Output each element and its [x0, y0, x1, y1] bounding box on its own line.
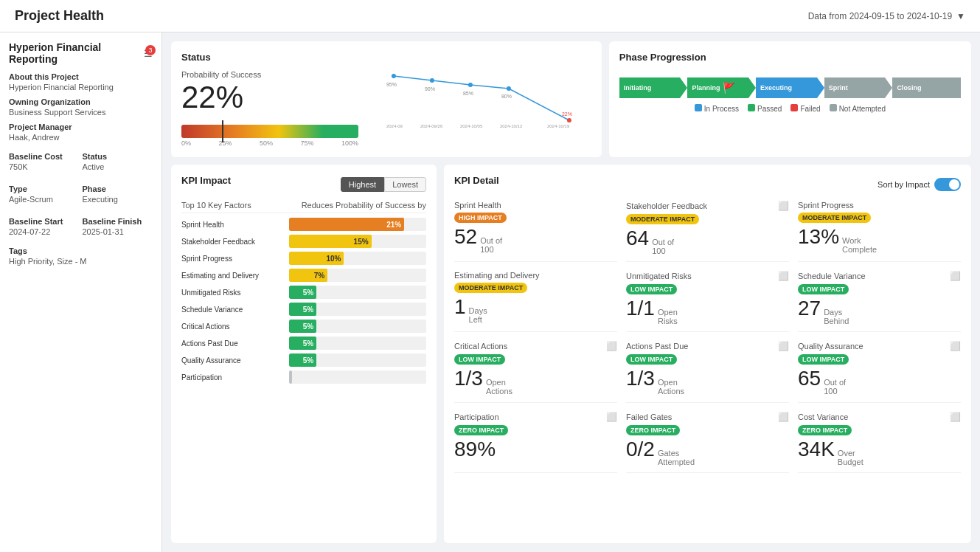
expand-icon[interactable]: ⬜ — [950, 412, 961, 422]
kpi-bar-row: Critical Actions5% — [181, 320, 426, 333]
kpi-bar-row: Participation0% — [181, 370, 426, 384]
kpi-detail-item: Stakeholder Feedback⬜MODERATE IMPACT64Ou… — [626, 201, 789, 262]
phase-sprint: Sprint — [824, 77, 893, 98]
kpi-bar-fill: 5% — [289, 337, 316, 350]
expand-icon[interactable]: ⬜ — [950, 271, 961, 281]
kpi-bar-container: 5% — [289, 320, 426, 333]
sort-toggle[interactable] — [934, 178, 961, 191]
kpi-bar-label: Unmitigated Risks — [181, 289, 285, 297]
kpi-bar-fill: 5% — [289, 303, 316, 316]
manager-label: Project Manager — [9, 123, 153, 131]
phase-item: Phase Executing — [83, 179, 153, 208]
gauge-marker — [222, 120, 223, 142]
kpi-detail-item: Sprint HealthHIGH IMPACT52Out of100 — [454, 201, 617, 262]
impact-badge: LOW IMPACT — [626, 354, 677, 365]
kpi-bar-container: 0% — [289, 370, 426, 384]
kpi-bar-fill: 21% — [289, 218, 404, 231]
phase-arrow-planning — [748, 77, 756, 98]
kpi-bar-fill: 15% — [289, 235, 372, 248]
status-item: Status Active — [83, 146, 153, 176]
phase-progression: Initiating Planning 🚩 — [619, 77, 961, 98]
kpi-detail-grid: Sprint HealthHIGH IMPACT52Out of100Stake… — [454, 201, 961, 473]
expand-icon[interactable]: ⬜ — [606, 412, 617, 422]
svg-point-3 — [507, 86, 511, 91]
svg-text:80%: 80% — [501, 94, 512, 99]
phase-value: Executing — [83, 195, 153, 204]
expand-icon[interactable]: ⬜ — [778, 412, 789, 422]
kdi-label-text: Participation — [454, 413, 499, 421]
sidebar-header: Hyperion Financial Reporting ☰ 3 — [9, 41, 153, 65]
impact-badge: LOW IMPACT — [626, 284, 677, 294]
phase-arrow-executing — [817, 77, 824, 98]
kdi-main-value: 52 — [454, 226, 477, 249]
baseline-finish-label: Baseline Finish — [83, 217, 153, 226]
kpi-bar-label: Sprint Progress — [181, 255, 285, 263]
kpi-bar-row: Sprint Progress10% — [181, 252, 426, 265]
kdi-label-text: Quality Assurance — [798, 342, 863, 351]
baseline-cost-label: Baseline Cost — [9, 152, 80, 161]
svg-text:2024-09: 2024-09 — [386, 124, 403, 128]
phase-card-title: Phase Progression — [619, 52, 961, 63]
status-card-title: Status — [181, 52, 591, 63]
kpi-bar-container: 10% — [289, 252, 426, 265]
svg-text:85%: 85% — [463, 91, 473, 96]
expand-icon[interactable]: ⬜ — [950, 341, 961, 351]
content-area: Status Probability of Success 22% 0% 25%… — [162, 32, 980, 552]
impact-badge: ZERO IMPACT — [626, 425, 680, 435]
sparkline-area: 95% 90% 85% 80% 22% 2024-09 2024-09/26 2… — [373, 70, 591, 147]
bottom-row: KPI Impact Highest Lowest Top 10 Key Fac… — [171, 165, 971, 543]
kpi-detail-card: KPI Detail Sort by Impact Sprint HealthH… — [444, 165, 971, 543]
expand-icon[interactable]: ⬜ — [778, 341, 789, 351]
prob-value: 22% — [181, 82, 358, 113]
kpi-detail-item: Unmitigated Risks⬜LOW IMPACT1/1OpenRisks — [626, 271, 789, 332]
phase-label: Phase — [83, 184, 153, 193]
kpi-col-headers: Top 10 Key Factors Reduces Probability o… — [181, 201, 426, 213]
impact-badge: LOW IMPACT — [798, 354, 849, 365]
expand-icon[interactable]: ⬜ — [778, 271, 789, 281]
lowest-button[interactable]: Lowest — [384, 177, 426, 192]
kpi-impact-card: KPI Impact Highest Lowest Top 10 Key Fac… — [171, 165, 437, 543]
kdi-main-value: 1/3 — [454, 368, 483, 390]
svg-point-2 — [468, 83, 473, 87]
kpi-impact-title: KPI Impact — [181, 175, 231, 186]
svg-text:2024-09/26: 2024-09/26 — [420, 124, 443, 128]
kpi-bar-label: Actions Past Due — [181, 339, 285, 348]
kdi-label-text: Estimating and Delivery — [454, 271, 540, 280]
sidebar-menu-button[interactable]: ☰ 3 — [144, 48, 153, 59]
kpi-bar-fill: 7% — [289, 269, 327, 282]
about-label: About this Project — [9, 72, 153, 81]
prob-label: Probability of Success — [181, 70, 358, 79]
kpi-bar-container: 5% — [289, 353, 426, 367]
page-title: Project Health — [15, 8, 104, 24]
kpi-detail-header: KPI Detail Sort by Impact — [454, 175, 961, 193]
kpi-bar-label: Stakeholder Feedback — [181, 238, 285, 246]
kpi-impact-header: KPI Impact Highest Lowest — [181, 175, 426, 193]
notification-badge: 3 — [145, 45, 156, 55]
impact-badge: ZERO IMPACT — [454, 425, 508, 435]
sparkline-chart: 95% 90% 85% 80% 22% 2024-09 2024-09/26 2… — [373, 70, 591, 129]
kpi-detail-item: Sprint ProgressMODERATE IMPACT13%WorkCom… — [798, 201, 961, 262]
impact-badge: LOW IMPACT — [454, 354, 505, 365]
sidebar-grid: Baseline Cost 750K Status Active Type Ag… — [9, 146, 153, 241]
tags-label: Tags — [9, 246, 153, 255]
expand-icon[interactable]: ⬜ — [778, 201, 789, 211]
highest-button[interactable]: Highest — [341, 177, 384, 192]
sidebar: Hyperion Financial Reporting ☰ 3 About t… — [0, 32, 162, 552]
owning-label: Owning Organization — [9, 97, 153, 106]
baseline-cost-value: 750K — [9, 162, 80, 171]
kdi-label-text: Sprint Health — [454, 201, 501, 210]
kdi-main-value: 27 — [798, 297, 821, 320]
expand-icon[interactable]: ⬜ — [606, 341, 617, 351]
filter-icon[interactable]: ▼ — [956, 11, 965, 21]
type-label: Type — [9, 184, 80, 193]
kpi-bar-row: Actions Past Due5% — [181, 337, 426, 350]
kpi-bar-row: Stakeholder Feedback15% — [181, 235, 426, 248]
owning-value: Business Support Services — [9, 108, 153, 117]
phase-card: Phase Progression Initiating Planning 🚩 — [609, 41, 971, 157]
svg-point-1 — [430, 78, 434, 83]
svg-text:95%: 95% — [386, 82, 397, 87]
main-layout: Hyperion Financial Reporting ☰ 3 About t… — [0, 32, 980, 552]
kdi-label-text: Failed Gates — [626, 413, 672, 421]
kpi-detail-item: Estimating and DeliveryMODERATE IMPACT1D… — [454, 271, 617, 332]
status-label: Status — [83, 152, 153, 161]
